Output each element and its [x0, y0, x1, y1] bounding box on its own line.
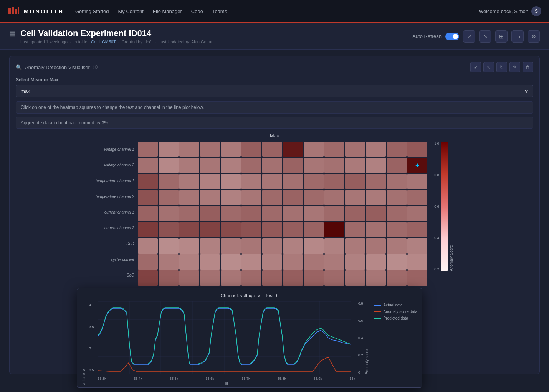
folder-link[interactable]: Cell LGM50T: [91, 40, 116, 44]
heatmap-cell[interactable]: [345, 238, 365, 254]
heatmap-cell[interactable]: [241, 158, 261, 173]
heatmap-cell[interactable]: [304, 254, 324, 270]
heatmap-cell[interactable]: [304, 222, 324, 237]
heatmap-cell[interactable]: [262, 142, 282, 157]
heatmap-cell[interactable]: [366, 254, 386, 270]
heatmap-cell[interactable]: [283, 270, 303, 286]
heatmap-cell[interactable]: [179, 254, 199, 270]
heatmap-cell[interactable]: [387, 238, 407, 254]
heatmap-cell[interactable]: [138, 238, 158, 254]
heatmap-cell[interactable]: [304, 142, 324, 157]
heatmap-cell[interactable]: [387, 222, 407, 237]
heatmap-cell[interactable]: [345, 206, 365, 221]
widget-refresh-btn[interactable]: ↻: [496, 62, 507, 72]
heatmap-cell[interactable]: [345, 222, 365, 237]
nav-file-manager[interactable]: File Manager: [153, 8, 182, 14]
heatmap-cell[interactable]: [221, 174, 241, 189]
heatmap-cell[interactable]: [283, 222, 303, 237]
heatmap-cell[interactable]: [159, 222, 179, 237]
heatmap-cell[interactable]: [387, 158, 407, 173]
heatmap-cell[interactable]: [366, 158, 386, 173]
nav-teams[interactable]: Teams: [212, 8, 227, 14]
heatmap-cell[interactable]: [324, 222, 344, 237]
heatmap-cell[interactable]: [283, 206, 303, 221]
heatmap-cell[interactable]: [387, 174, 407, 189]
heatmap-cell[interactable]: [262, 238, 282, 254]
heatmap-cell[interactable]: [159, 254, 179, 270]
heatmap-cell[interactable]: [241, 270, 261, 286]
heatmap-cell[interactable]: [179, 222, 199, 237]
window-btn[interactable]: ▭: [511, 30, 524, 43]
heatmap-cell[interactable]: [221, 270, 241, 286]
heatmap-cell[interactable]: [200, 238, 220, 254]
heatmap-cell[interactable]: [179, 158, 199, 173]
heatmap-cell[interactable]: [138, 174, 158, 189]
heatmap-cell[interactable]: [283, 190, 303, 205]
heatmap-cell[interactable]: [221, 206, 241, 221]
mean-max-dropdown[interactable]: max ∨: [16, 85, 533, 97]
heatmap-cell[interactable]: [304, 238, 324, 254]
heatmap-cell[interactable]: [345, 254, 365, 270]
heatmap-cell[interactable]: [200, 174, 220, 189]
heatmap-cell[interactable]: [159, 190, 179, 205]
heatmap-cell[interactable]: [387, 206, 407, 221]
heatmap-cell[interactable]: [262, 158, 282, 173]
heatmap-cell[interactable]: [221, 142, 241, 157]
expand-btn[interactable]: ⤢: [463, 30, 475, 43]
heatmap-cell[interactable]: [159, 206, 179, 221]
heatmap-cell[interactable]: [200, 190, 220, 205]
heatmap-cell[interactable]: [262, 270, 282, 286]
heatmap-cell[interactable]: [200, 222, 220, 237]
heatmap-cell[interactable]: [179, 174, 199, 189]
heatmap-cell[interactable]: [283, 238, 303, 254]
heatmap-cell[interactable]: [262, 206, 282, 221]
heatmap-cell[interactable]: [200, 254, 220, 270]
heatmap-cell[interactable]: [138, 206, 158, 221]
heatmap-cell[interactable]: [304, 190, 324, 205]
heatmap-cell[interactable]: [407, 206, 427, 221]
widget-delete-btn[interactable]: 🗑: [523, 62, 533, 72]
heatmap-cell[interactable]: [283, 254, 303, 270]
heatmap-cell[interactable]: [241, 174, 261, 189]
collapse-btn[interactable]: ⤡: [479, 30, 491, 43]
heatmap-cell[interactable]: [241, 206, 261, 221]
heatmap-cell[interactable]: [345, 142, 365, 157]
heatmap-cell[interactable]: [324, 142, 344, 157]
heatmap-cell[interactable]: [407, 190, 427, 205]
heatmap-cell[interactable]: [221, 190, 241, 205]
heatmap-cell[interactable]: [262, 190, 282, 205]
heatmap-cell[interactable]: [407, 270, 427, 286]
heatmap-cell[interactable]: [324, 270, 344, 286]
heatmap-cell[interactable]: [387, 254, 407, 270]
heatmap-cell[interactable]: [159, 174, 179, 189]
layout-btn[interactable]: ⊞: [495, 30, 508, 43]
heatmap-cell[interactable]: [407, 222, 427, 237]
heatmap-cell[interactable]: [324, 158, 344, 173]
heatmap-cell[interactable]: [304, 158, 324, 173]
heatmap-cell[interactable]: [200, 158, 220, 173]
heatmap-cell[interactable]: [366, 238, 386, 254]
heatmap-cell[interactable]: [387, 190, 407, 205]
heatmap-cell[interactable]: [179, 238, 199, 254]
heatmap-cell[interactable]: [366, 222, 386, 237]
heatmap-cell[interactable]: [138, 190, 158, 205]
heatmap-cell[interactable]: [345, 174, 365, 189]
heatmap-cell[interactable]: [179, 270, 199, 286]
auto-refresh-toggle[interactable]: [445, 33, 459, 40]
heatmap-cell[interactable]: [387, 270, 407, 286]
widget-edit-btn[interactable]: ✎: [509, 62, 520, 72]
heatmap-cell[interactable]: [138, 158, 158, 173]
heatmap-cell[interactable]: [200, 206, 220, 221]
heatmap-cell[interactable]: [159, 238, 179, 254]
nav-code[interactable]: Code: [191, 8, 203, 14]
heatmap-cell[interactable]: [138, 254, 158, 270]
heatmap-cell[interactable]: [262, 174, 282, 189]
heatmap-cell[interactable]: [407, 158, 427, 173]
nav-my-content[interactable]: My Content: [118, 8, 143, 14]
heatmap-cell[interactable]: [262, 222, 282, 237]
heatmap-cell[interactable]: [138, 222, 158, 237]
heatmap-cell[interactable]: [241, 190, 261, 205]
heatmap-cell[interactable]: [179, 206, 199, 221]
heatmap-cell[interactable]: [138, 142, 158, 157]
heatmap-cell[interactable]: [241, 238, 261, 254]
